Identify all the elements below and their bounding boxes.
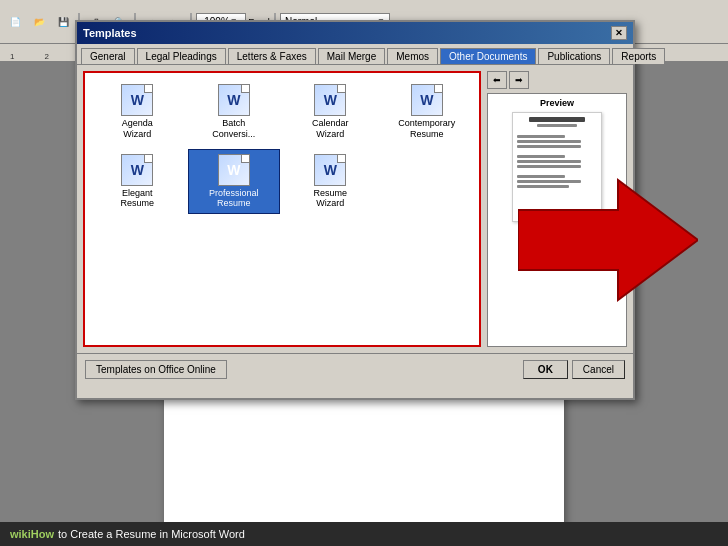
template-icon-calendar: W xyxy=(314,84,346,116)
preview-section-3 xyxy=(517,175,565,178)
template-label-elegant: ElegantResume xyxy=(120,188,154,210)
ok-cancel-group: OK Cancel xyxy=(523,360,625,379)
template-icon-batch: W xyxy=(218,84,250,116)
preview-btn-2[interactable]: ➡ xyxy=(509,71,529,89)
template-resume-wizard[interactable]: W ResumeWizard xyxy=(284,149,377,215)
tab-memos[interactable]: Memos xyxy=(387,48,438,64)
preview-content-1a xyxy=(517,140,581,143)
wiki-logo: wikiHow xyxy=(10,528,54,540)
template-label-contemporary: ContemporaryResume xyxy=(398,118,455,140)
template-label-agenda: AgendaWizard xyxy=(122,118,153,140)
template-elegant-resume[interactable]: W ElegantResume xyxy=(91,149,184,215)
tab-publications[interactable]: Publications xyxy=(538,48,610,64)
template-icon-professional: W xyxy=(218,154,250,186)
templates-dialog: Templates ✕ General Legal Pleadings Lett… xyxy=(75,20,635,400)
templates-online-button[interactable]: Templates on Office Online xyxy=(85,360,227,379)
templates-grid: W AgendaWizard W BatchConversi... W Cale… xyxy=(83,71,481,347)
tab-letters-faxes[interactable]: Letters & Faxes xyxy=(228,48,316,64)
dialog-title: Templates xyxy=(83,27,137,39)
cancel-button[interactable]: Cancel xyxy=(572,360,625,379)
template-batch[interactable]: W BatchConversi... xyxy=(188,79,281,145)
dialog-titlebar: Templates ✕ xyxy=(77,22,633,44)
tab-legal-pleadings[interactable]: Legal Pleadings xyxy=(137,48,226,64)
tab-mail-merge[interactable]: Mail Merge xyxy=(318,48,385,64)
tab-general[interactable]: General xyxy=(81,48,135,64)
preview-btn-1[interactable]: ⬅ xyxy=(487,71,507,89)
dialog-content: W AgendaWizard W BatchConversi... W Cale… xyxy=(77,65,633,353)
template-icon-agenda: W xyxy=(121,84,153,116)
template-icon-elegant: W xyxy=(121,154,153,186)
template-label-resume-wizard: ResumeWizard xyxy=(313,188,347,210)
dialog-close-button[interactable]: ✕ xyxy=(611,26,627,40)
template-professional-resume[interactable]: W ProfessionalResume xyxy=(188,149,281,215)
dialog-buttons-row: Templates on Office Online OK Cancel xyxy=(77,353,633,385)
ok-button[interactable]: OK xyxy=(523,360,568,379)
template-agenda-wizard[interactable]: W AgendaWizard xyxy=(91,79,184,145)
template-calendar-wizard[interactable]: W CalendarWizard xyxy=(284,79,377,145)
template-icon-resume-wizard: W xyxy=(314,154,346,186)
preview-content-2a xyxy=(517,160,581,163)
open-button[interactable]: 📂 xyxy=(28,12,50,32)
new-button[interactable]: 📄 xyxy=(4,12,26,32)
preview-name-line xyxy=(529,117,585,122)
preview-section-1 xyxy=(517,135,565,138)
dialog-tabs: General Legal Pleadings Letters & Faxes … xyxy=(77,44,633,65)
preview-content-3a xyxy=(517,180,581,183)
preview-section-2 xyxy=(517,155,565,158)
preview-document xyxy=(512,112,602,222)
wiki-footer: wikiHow How to Create a Resume in Micros… xyxy=(0,522,728,546)
preview-content-3b xyxy=(517,185,569,188)
preview-area: ⬅ ➡ Preview xyxy=(487,71,627,347)
preview-toolbar: ⬅ ➡ xyxy=(487,71,627,89)
preview-title: Preview xyxy=(540,98,574,108)
preview-content-2b xyxy=(517,165,581,168)
preview-subtitle-line xyxy=(537,124,577,127)
preview-content-1b xyxy=(517,145,581,148)
wiki-footer-text: How to Create a Resume in Microsoft Word xyxy=(58,528,245,540)
template-label-calendar: CalendarWizard xyxy=(312,118,349,140)
template-contemporary-resume[interactable]: W ContemporaryResume xyxy=(381,79,474,145)
template-label-professional: ProfessionalResume xyxy=(209,188,259,210)
template-label-batch: BatchConversi... xyxy=(212,118,255,140)
preview-panel: Preview xyxy=(487,93,627,347)
tab-other-documents[interactable]: Other Documents xyxy=(440,48,536,64)
tab-reports[interactable]: Reports xyxy=(612,48,665,64)
template-icon-contemporary: W xyxy=(411,84,443,116)
save-button[interactable]: 💾 xyxy=(52,12,74,32)
